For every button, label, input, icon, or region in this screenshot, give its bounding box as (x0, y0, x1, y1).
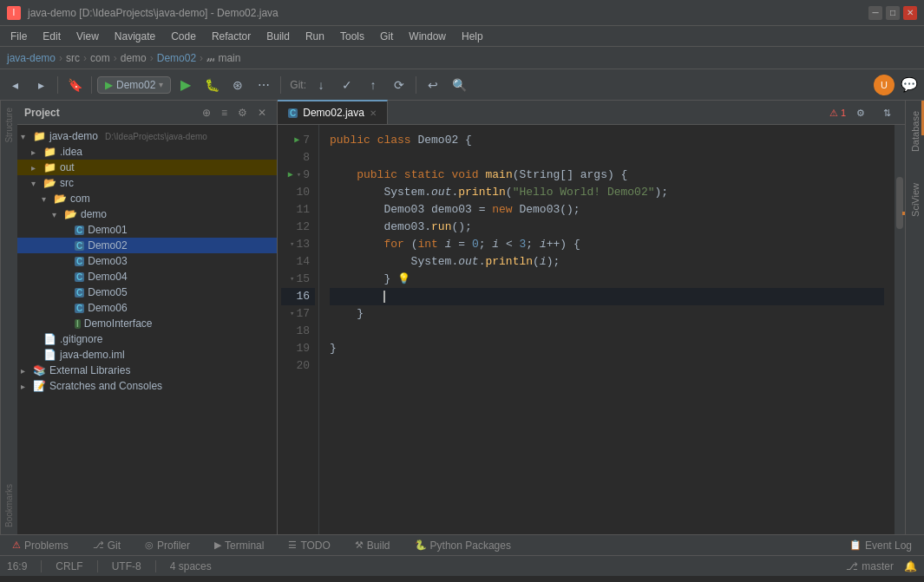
breadcrumb-project[interactable]: java-demo (7, 52, 56, 64)
bookmarks-panel-toggle[interactable]: Bookmarks (3, 477, 16, 534)
problems-tool[interactable]: ⚠ Problems (7, 538, 74, 553)
breadcrumb-demo02[interactable]: Demo02 (157, 52, 196, 64)
navigate-forward-button[interactable]: ▸ (29, 74, 52, 96)
more-run-button[interactable]: ⋯ (252, 74, 275, 96)
git-branch-status[interactable]: ⎇ master (846, 560, 894, 572)
user-avatar-button[interactable]: U (874, 75, 895, 95)
tree-item-root[interactable]: ▾ 📁 java-demo D:\IdeaProjects\java-demo (17, 128, 277, 144)
fold-gutter-13[interactable]: ▾ (290, 236, 294, 253)
menu-navigate[interactable]: Navigate (108, 29, 162, 44)
project-sync-button[interactable]: ⊕ (199, 105, 214, 121)
tree-item-src[interactable]: ▾ 📂 src (17, 175, 277, 191)
tree-item-iml[interactable]: 📄 java-demo.iml (17, 347, 277, 363)
close-button[interactable]: ✕ (903, 6, 917, 20)
tree-item-demo01[interactable]: C Demo01 (17, 222, 277, 238)
menu-build[interactable]: Build (259, 29, 297, 44)
tree-item-demo06[interactable]: C Demo06 (17, 300, 277, 316)
undo-button[interactable]: ↩ (422, 74, 444, 96)
navigate-back-button[interactable]: ◂ (3, 74, 26, 96)
git-commit-button[interactable]: ✓ (336, 74, 358, 96)
build-tool[interactable]: ⚒ Build (350, 538, 396, 553)
fold-gutter-9[interactable]: ▾ (297, 167, 301, 184)
lightbulb-icon[interactable]: 💡 (397, 271, 410, 288)
git-update-button[interactable]: ↓ (310, 74, 332, 96)
line-col-status[interactable]: 16:9 (7, 560, 27, 572)
fold-gutter-15[interactable]: ▾ (290, 271, 294, 288)
tree-item-demo[interactable]: ▾ 📂 demo (17, 206, 277, 222)
tree-item-out[interactable]: ▸ 📁 out (17, 160, 277, 175)
editor-scrollbar[interactable] (895, 125, 905, 534)
python-packages-tool[interactable]: 🐍 Python Packages (410, 538, 516, 553)
breadcrumb-com[interactable]: com (90, 52, 110, 64)
tree-item-ext-libs[interactable]: ▸ 📚 External Libraries (17, 363, 277, 378)
notifications-status[interactable]: 🔔 (904, 560, 917, 572)
fold-gutter-17[interactable]: ▾ (290, 305, 294, 323)
search-button[interactable]: 🔍 (448, 74, 470, 96)
tab-settings-button[interactable]: ⚙ (849, 101, 872, 124)
menu-refactor[interactable]: Refactor (205, 29, 258, 44)
tree-item-demo04[interactable]: C Demo04 (17, 269, 277, 284)
menu-file[interactable]: File (3, 29, 34, 44)
tree-item-idea[interactable]: ▸ 📁 .idea (17, 144, 277, 160)
maximize-button[interactable]: □ (886, 6, 900, 20)
tab-expand-button[interactable]: ⇅ (875, 101, 898, 124)
event-log-label: Event Log (865, 539, 912, 552)
editor-tab-demo02[interactable]: C Demo02.java ✕ (278, 100, 388, 124)
todo-tool[interactable]: ☰ TODO (283, 538, 335, 553)
code-editor[interactable]: ▶ 7 8 ▶ ▾ 9 10 11 12 ▾ (278, 125, 905, 534)
menu-git[interactable]: Git (373, 29, 400, 44)
code-line-16[interactable] (330, 288, 884, 305)
tree-item-com[interactable]: ▾ 📂 com (17, 191, 277, 206)
structure-panel-toggle[interactable]: Structure (3, 101, 16, 150)
indent-status[interactable]: 4 spaces (170, 560, 212, 572)
tree-item-demo02[interactable]: C Demo02 (17, 238, 277, 253)
run-config-selector[interactable]: ▶ Demo02 ▾ (97, 76, 171, 94)
tab-close-button[interactable]: ✕ (370, 108, 377, 118)
sciview-panel-toggle[interactable]: SciView (907, 176, 924, 224)
tree-arrow-idea: ▸ (31, 147, 40, 157)
menu-window[interactable]: Window (402, 29, 453, 44)
notifications-button[interactable]: 💬 (898, 74, 921, 96)
tree-item-gitignore[interactable]: 📄 .gitignore (17, 331, 277, 347)
run-gutter-9[interactable]: ▶ (288, 167, 293, 184)
git-push-button[interactable]: ↑ (362, 74, 384, 96)
project-panel-close-button[interactable]: ✕ (254, 105, 270, 121)
menu-edit[interactable]: Edit (36, 29, 68, 44)
minimize-button[interactable]: ─ (868, 6, 882, 20)
tree-item-demo03[interactable]: C Demo03 (17, 253, 277, 269)
database-panel-toggle[interactable]: Database (907, 104, 924, 159)
tree-item-demo05[interactable]: C Demo05 (17, 284, 277, 300)
run-button[interactable]: ▶ (174, 74, 197, 96)
run-gutter-7[interactable]: ▶ (294, 132, 299, 149)
git-history-button[interactable]: ⟳ (388, 74, 410, 96)
menu-code[interactable]: Code (164, 29, 203, 44)
code-content[interactable]: public class Demo02 { public static void… (319, 125, 895, 534)
tree-item-demointerface[interactable]: I DemoInterface (17, 316, 277, 331)
tree-arrow-src: ▾ (31, 179, 40, 188)
breadcrumb-demo[interactable]: demo (121, 52, 147, 64)
git-tool[interactable]: ⎇ Git (88, 538, 126, 553)
todo-label: TODO (300, 539, 330, 552)
run-with-coverage-button[interactable]: ⊛ (226, 74, 249, 96)
project-collapse-button[interactable]: ≡ (218, 105, 231, 121)
debug-button[interactable]: 🐛 (200, 74, 223, 96)
menu-view[interactable]: View (69, 29, 106, 44)
menu-tools[interactable]: Tools (333, 29, 371, 44)
status-bar: 16:9 CRLF UTF-8 4 spaces ⎇ master 🔔 (0, 555, 924, 576)
scroll-thumb[interactable] (896, 177, 903, 229)
breadcrumb-src[interactable]: src (66, 52, 80, 64)
tree-label-demo03: Demo03 (88, 255, 127, 267)
breadcrumb-main[interactable]: 𝓂 main (206, 52, 240, 64)
line-ending-status[interactable]: CRLF (56, 560, 82, 572)
status-sep-2 (97, 560, 98, 572)
bookmark-button[interactable]: 🔖 (63, 74, 86, 96)
profiler-tool[interactable]: ◎ Profiler (140, 538, 195, 553)
project-settings-button[interactable]: ⚙ (234, 105, 251, 121)
tree-item-scratches[interactable]: ▸ 📝 Scratches and Consoles (17, 378, 277, 394)
terminal-tool[interactable]: ▶ Terminal (209, 538, 269, 553)
encoding-status[interactable]: UTF-8 (112, 560, 141, 572)
menu-run[interactable]: Run (298, 29, 331, 44)
event-log-tool[interactable]: 📋 Event Log (844, 538, 917, 553)
menu-help[interactable]: Help (455, 29, 490, 44)
status-sep-1 (41, 560, 42, 572)
